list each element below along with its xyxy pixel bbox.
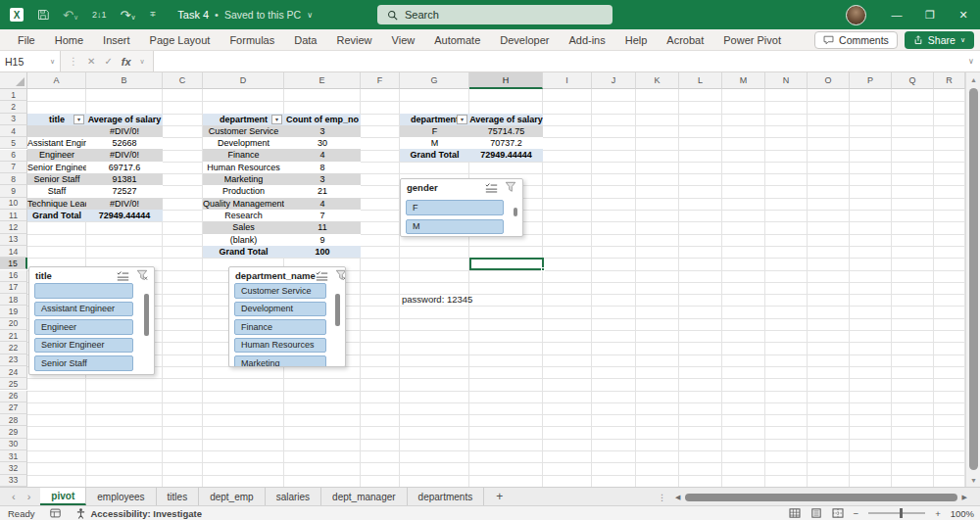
- fill-handle[interactable]: [541, 267, 545, 271]
- add-sheet-button[interactable]: +: [484, 488, 514, 505]
- pivot-row-value[interactable]: 30: [284, 137, 361, 149]
- row-header-14[interactable]: 14: [0, 246, 27, 258]
- row-header-26[interactable]: 26: [0, 391, 27, 402]
- column-header-R[interactable]: R: [934, 72, 965, 89]
- zoom-slider[interactable]: [868, 512, 925, 514]
- pivot-row[interactable]: Human Resources8: [203, 162, 361, 173]
- pivot-row-label[interactable]: Customer Service: [203, 125, 284, 137]
- row-header-29[interactable]: 29: [0, 426, 27, 438]
- page-layout-view-icon[interactable]: [810, 508, 822, 518]
- ribbon-tab-data[interactable]: Data: [284, 31, 326, 49]
- pivot-row[interactable]: Technique Leader#DIV/0!: [27, 198, 163, 210]
- pivot-row[interactable]: Production21: [203, 185, 361, 197]
- slicer-item-senior-engineer[interactable]: Senior Engineer: [34, 338, 133, 354]
- row-header-12[interactable]: 12: [0, 221, 27, 233]
- row-header-1[interactable]: 1: [0, 89, 27, 101]
- pivot-row-value[interactable]: #DIV/0!: [86, 149, 163, 161]
- pivot-row-value[interactable]: 4: [284, 198, 361, 210]
- undo-icon[interactable]: ↶∨: [63, 9, 78, 22]
- pivot-row[interactable]: Assistant Engineer52668: [27, 137, 163, 149]
- save-icon[interactable]: [37, 9, 49, 21]
- pivot-row[interactable]: Quality Management4: [203, 198, 361, 210]
- column-header-P[interactable]: P: [850, 72, 892, 89]
- pivot-row[interactable]: Senior Staff91381: [27, 173, 163, 185]
- row-header-21[interactable]: 21: [0, 330, 27, 342]
- vertical-scrollbar[interactable]: ▲ ▼: [965, 72, 980, 487]
- password-note-cell[interactable]: password: 12345: [402, 294, 472, 306]
- slicer-scrollbar-thumb[interactable]: [514, 208, 517, 216]
- slicer-item-human-resources[interactable]: Human Resources: [234, 338, 326, 354]
- pivot-row-value[interactable]: 91381: [86, 173, 163, 185]
- worksheet-grid[interactable]: password: 12345 ABCDEFGHIJKLMNOPQR123456…: [0, 72, 980, 487]
- column-header-D[interactable]: D: [203, 72, 284, 89]
- pivot-row-label[interactable]: [27, 125, 86, 137]
- pivot-row[interactable]: #DIV/0!: [27, 125, 163, 137]
- row-header-11[interactable]: 11: [0, 210, 27, 221]
- row-header-17[interactable]: 17: [0, 282, 27, 294]
- pivot-row-value[interactable]: 7: [284, 210, 361, 221]
- pivot-row[interactable]: Grand Total72949.44444: [400, 149, 543, 161]
- pivot-row-label[interactable]: Senior Engineer: [27, 162, 86, 173]
- row-header-24[interactable]: 24: [0, 366, 27, 378]
- insert-function-icon[interactable]: fx: [122, 56, 131, 68]
- column-header-A[interactable]: A: [27, 72, 86, 89]
- multi-select-icon[interactable]: [485, 182, 498, 193]
- pivot-row-label[interactable]: Grand Total: [203, 246, 284, 258]
- column-header-E[interactable]: E: [284, 72, 361, 89]
- selected-cell-H15[interactable]: [469, 258, 544, 270]
- pivot-row-value[interactable]: 21: [284, 185, 361, 197]
- share-button[interactable]: Share ∨: [905, 31, 974, 49]
- column-header-Q[interactable]: Q: [892, 72, 934, 89]
- ribbon-tab-acrobat[interactable]: Acrobat: [657, 31, 713, 49]
- row-header-27[interactable]: 27: [0, 402, 27, 414]
- slicer-item-f[interactable]: F: [406, 200, 504, 215]
- pivot-row[interactable]: Finance4: [203, 149, 361, 161]
- name-box[interactable]: H15 ∨: [0, 51, 61, 71]
- pivot-row[interactable]: Customer Service3: [203, 125, 361, 137]
- row-header-8[interactable]: 8: [0, 173, 27, 185]
- pivot-row-value[interactable]: 70737.2: [469, 137, 543, 149]
- pivot-row-label[interactable]: Production: [203, 185, 284, 197]
- sheet-tab-titles[interactable]: titles: [157, 488, 200, 505]
- drag-handle-icon[interactable]: ⋮: [69, 56, 78, 67]
- slicer-item-m[interactable]: M: [406, 219, 504, 235]
- slicer-department_name[interactable]: department_nameCustomer ServiceDevelopme…: [228, 266, 346, 367]
- row-header-25[interactable]: 25: [0, 378, 27, 390]
- redo-icon[interactable]: ↷∨: [121, 9, 136, 22]
- row-header-4[interactable]: 4: [0, 125, 27, 137]
- pivot-row-value[interactable]: 9: [284, 234, 361, 246]
- pivot-row-label[interactable]: (blank): [203, 234, 284, 246]
- comments-button[interactable]: Comments: [814, 31, 898, 49]
- pivot-row[interactable]: departmentCount of emp_no▾: [203, 114, 361, 125]
- pivot-field-filter-button[interactable]: ▾: [457, 115, 467, 124]
- pivot-row[interactable]: (blank)9: [203, 234, 361, 246]
- row-header-30[interactable]: 30: [0, 439, 27, 450]
- slicer-item-senior-staff[interactable]: Senior Staff: [34, 355, 133, 371]
- zoom-out-button[interactable]: −: [854, 508, 859, 519]
- pivot-row-value[interactable]: 3: [284, 125, 361, 137]
- sheet-tab-dept_manager[interactable]: dept_manager: [321, 488, 408, 505]
- row-header-15[interactable]: 15: [0, 258, 27, 269]
- pivot-row-value[interactable]: Average of salary: [86, 114, 163, 125]
- pivot-row-value[interactable]: 11: [284, 221, 361, 233]
- pivot-row-value[interactable]: 72949.44444: [86, 210, 163, 221]
- select-all-corner[interactable]: [0, 72, 27, 89]
- ribbon-tab-home[interactable]: Home: [45, 31, 93, 49]
- zoom-slider-thumb[interactable]: [900, 508, 903, 518]
- column-header-F[interactable]: F: [361, 72, 400, 89]
- pivot-row-value[interactable]: #DIV/0!: [86, 198, 163, 210]
- pivot-row-value[interactable]: 3: [284, 173, 361, 185]
- row-header-28[interactable]: 28: [0, 414, 27, 426]
- multi-select-icon[interactable]: [117, 270, 129, 281]
- pivot-row[interactable]: Grand Total100: [203, 246, 361, 258]
- prev-sheet-icon[interactable]: ‹: [12, 491, 16, 502]
- slicer-title[interactable]: titleAssistant EngineerEngineerSenior En…: [28, 266, 155, 375]
- pivot-row-value[interactable]: 69717.6: [86, 162, 163, 173]
- row-header-13[interactable]: 13: [0, 234, 27, 246]
- row-header-10[interactable]: 10: [0, 198, 27, 210]
- column-header-B[interactable]: B: [86, 72, 163, 89]
- pivot-row-value[interactable]: 100: [284, 246, 361, 258]
- pivot-row-label[interactable]: Staff: [27, 185, 86, 197]
- slicer-gender[interactable]: genderFM: [400, 178, 523, 237]
- page-break-preview-icon[interactable]: [832, 508, 844, 518]
